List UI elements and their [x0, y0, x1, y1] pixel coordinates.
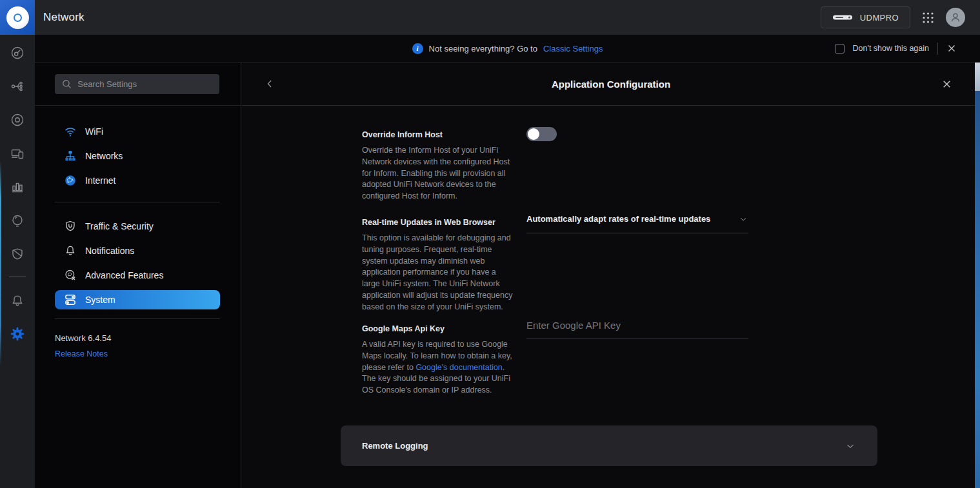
rail-divider [9, 277, 26, 277]
person-icon [950, 12, 961, 23]
unifi-logo-orb [6, 6, 29, 29]
google-documentation-link[interactable]: Google's documentation [415, 363, 502, 372]
sidebar-item-wifi[interactable]: WiFi [55, 122, 220, 141]
topology-icon [10, 79, 25, 94]
networks-icon [64, 150, 77, 162]
override-inform-host-toggle[interactable] [526, 127, 557, 141]
panel-header: Application Configuration [242, 63, 980, 106]
rail-item-clients[interactable] [0, 137, 35, 170]
scrollbar-thumb[interactable] [975, 63, 980, 91]
traffic-security-shield-icon [64, 220, 77, 233]
search-settings-box[interactable] [55, 74, 219, 94]
rail-item-security[interactable] [0, 237, 35, 271]
setting-label: Override Inform Host [362, 130, 517, 139]
chevron-down-icon [845, 440, 856, 452]
rail-scroll-strip [0, 161, 1, 366]
rail-item-insights[interactable] [0, 204, 35, 237]
unifi-devices-icon [10, 112, 25, 128]
info-icon: i [412, 43, 423, 54]
setting-description: This option is available for debugging a… [362, 233, 515, 313]
system-icon [64, 293, 77, 306]
rail-item-topology[interactable] [0, 70, 35, 103]
statistics-icon [10, 179, 25, 195]
sidebar-item-traffic-security[interactable]: Traffic & Security [55, 217, 220, 236]
panel-title: Application Configuration [552, 79, 670, 90]
insights-icon [10, 213, 25, 228]
vertical-scrollbar[interactable] [975, 63, 980, 488]
setting-description: A valid API key is required to use Googl… [362, 339, 515, 396]
sidebar-item-label: Advanced Features [85, 270, 163, 280]
setting-description: Override the Inform Host of your UniFi N… [362, 145, 515, 202]
console-device-icon [832, 14, 853, 21]
dashboard-icon [10, 45, 25, 61]
application-configuration-panel: Application Configuration Override Infor… [242, 63, 980, 488]
dont-show-again-label: Don't show this again [853, 44, 929, 53]
banner-close-icon[interactable] [946, 43, 957, 54]
user-avatar[interactable] [946, 8, 965, 27]
sidebar-item-notifications[interactable]: Notifications [55, 241, 220, 260]
internet-globe-icon [64, 174, 77, 187]
app-rail [0, 0, 35, 488]
settings-sidebar: WiFi Networks Internet [35, 63, 241, 488]
sidebar-item-label: WiFi [85, 126, 103, 137]
back-chevron-icon[interactable] [263, 77, 276, 90]
rail-item-statistics[interactable] [0, 170, 35, 204]
rail-item-notifications[interactable] [0, 284, 35, 317]
panel-body: Override Inform Host Override the Inform… [242, 106, 980, 488]
override-inform-host-row: Override Inform Host Override the Inform… [362, 130, 517, 202]
sidebar-item-advanced-features[interactable]: Advanced Features [55, 266, 220, 285]
sidebar-item-internet[interactable]: Internet [55, 171, 220, 190]
app-version: Network 6.4.54 [55, 333, 220, 343]
setting-label: Google Maps Api Key [362, 324, 517, 333]
google-api-key-field [526, 320, 748, 338]
select-value: Automatically adapt rates of real-time u… [526, 214, 710, 224]
notifications-bell-icon [10, 293, 25, 308]
sidebar-item-label: Internet [85, 175, 115, 186]
remote-logging-title: Remote Logging [362, 441, 428, 451]
wifi-icon [64, 125, 77, 138]
sidebar-search-area [35, 63, 241, 106]
notifications-bell-icon [64, 244, 77, 257]
rail-item-devices[interactable] [0, 103, 35, 137]
security-icon [10, 246, 25, 262]
banner-divider [937, 43, 938, 55]
sidebar-item-label: Networks [85, 151, 123, 161]
sidebar-divider [55, 318, 220, 319]
app-title: Network [43, 11, 85, 24]
search-settings-input[interactable] [77, 79, 212, 89]
advanced-features-icon [64, 269, 77, 282]
rail-item-settings[interactable] [0, 317, 35, 351]
release-notes-link[interactable]: Release Notes [55, 349, 108, 358]
sidebar-item-label: Notifications [85, 246, 134, 256]
remote-logging-section[interactable]: Remote Logging [341, 425, 877, 466]
google-api-key-input[interactable] [526, 320, 748, 331]
dont-show-again-checkbox[interactable] [835, 44, 845, 54]
unifi-logo[interactable] [0, 0, 35, 35]
realtime-updates-row: Real-time Updates in Web Browser This op… [362, 218, 517, 313]
chevron-down-icon [738, 214, 748, 224]
sidebar-item-label: System [85, 295, 115, 305]
settings-gear-icon [9, 326, 26, 342]
scrollbar-track [975, 91, 980, 488]
toggle-knob [528, 128, 539, 140]
sidebar-item-system[interactable]: System [55, 290, 220, 309]
search-icon [62, 79, 72, 90]
panel-close-icon[interactable] [941, 79, 952, 90]
google-maps-api-key-row: Google Maps Api Key A valid API key is r… [362, 324, 517, 396]
sidebar-item-label: Traffic & Security [85, 221, 154, 231]
setting-label: Real-time Updates in Web Browser [362, 218, 517, 227]
rail-item-dashboard[interactable] [0, 36, 35, 70]
realtime-updates-select[interactable]: Automatically adapt rates of real-time u… [526, 214, 748, 233]
top-bar: Network UDMPRO [35, 0, 980, 35]
console-button[interactable]: UDMPRO [821, 6, 910, 28]
classic-settings-banner: i Not seeing everything? Go to Classic S… [35, 35, 980, 63]
sidebar-divider [55, 202, 220, 202]
clients-icon [10, 146, 25, 161]
classic-settings-link[interactable]: Classic Settings [543, 44, 603, 54]
sidebar-item-networks[interactable]: Networks [55, 146, 220, 166]
app-switcher-icon[interactable] [921, 11, 935, 24]
console-name: UDMPRO [860, 13, 899, 23]
banner-message: Not seeing everything? Go to [429, 44, 537, 54]
